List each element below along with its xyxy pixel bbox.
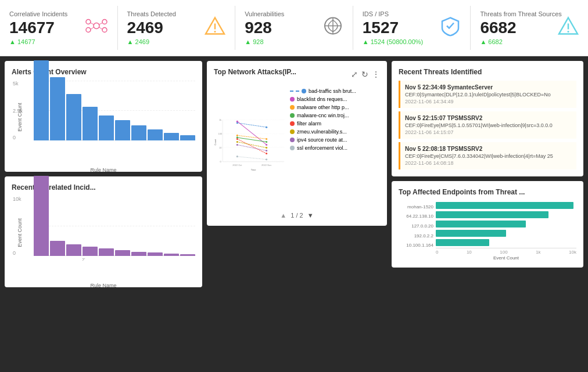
svg-text:Count: Count (214, 139, 217, 146)
correlated-chart-area: 10k 0 Event Count (12, 196, 195, 280)
svg-text:100: 100 (218, 132, 223, 135)
endpoint-bar-2 (436, 211, 576, 218)
threat-3-title: Nov 5 22:08:18 TPSMSSRV2 (405, 146, 572, 152)
cbar-6 (115, 250, 130, 256)
svg-text:0: 0 (220, 160, 222, 163)
svg-line-6 (99, 23, 102, 25)
svg-point-4 (102, 28, 107, 32)
correlative-icon (85, 17, 108, 39)
network-chart-wrapper: 1k 100 10 0 Count (214, 85, 380, 210)
bars-container (34, 56, 195, 140)
alerts-count-panel: Alerts Count Overview 5k 2.5k 0 Event Co… (5, 61, 202, 172)
cbar-2 (50, 241, 65, 256)
bar-9 (164, 133, 179, 140)
svg-point-37 (266, 138, 267, 140)
endpoints-y-labels: mohan-1520 64.22.138.10 127.0.0.20 192.0… (399, 201, 433, 261)
endpoint-bar-5 (436, 239, 576, 246)
svg-point-35 (266, 144, 267, 146)
cbar-1 (34, 176, 49, 256)
cbar-7 (131, 252, 146, 256)
svg-text:10: 10 (219, 146, 222, 149)
svg-point-39 (266, 141, 267, 143)
endpoints-bars-area: 0 10 100 1k 10k Event Count (436, 201, 576, 261)
svg-point-41 (266, 153, 267, 154)
svg-point-11 (214, 31, 216, 32)
dashboard: Alerts Count Overview 5k 2.5k 0 Event Co… (0, 56, 588, 292)
svg-point-47 (266, 158, 267, 160)
bar-1 (34, 60, 49, 140)
top-endpoints-panel: Top Affected Endpoints from Threat ... m… (392, 181, 583, 268)
svg-point-33 (266, 127, 267, 128)
svg-point-0 (94, 23, 99, 29)
endpoint-bar-1 (436, 202, 576, 209)
expand-icon[interactable]: ⤢ (351, 70, 358, 79)
top-endpoints-title: Top Affected Endpoints from Threat ... (399, 188, 576, 196)
threat-2-title: Nov 5 22:15:07 TPSMSSRV2 (405, 115, 572, 121)
threat-item-3: Nov 5 22:08:18 TPSMSSRV2 CEF:0|FireEye|C… (399, 142, 576, 169)
svg-point-43 (266, 147, 267, 149)
bar-4 (83, 107, 98, 140)
svg-point-36 (236, 135, 238, 136)
alerts-chart-area: 5k 2.5k 0 Event Count (12, 81, 195, 165)
legend-item-7: ipv4 source route at... (290, 137, 380, 143)
cbar-4 (83, 247, 98, 256)
svg-line-5 (91, 23, 94, 25)
legend-item-4: malware-cnc win.troj... (290, 113, 380, 118)
x-axis-labels: SU Failed Log... Excessive file... Netwo… (34, 142, 195, 165)
bar-6 (115, 120, 130, 140)
endpoints-x-axis: 0 10 100 1k 10k (436, 248, 576, 255)
bar-10 (180, 135, 195, 140)
prev-page-icon[interactable]: ▲ (280, 212, 286, 219)
bar-5 (99, 115, 114, 141)
next-page-icon[interactable]: ▼ (307, 212, 314, 219)
metric-vulnerabilities: Vulnerabilities 928 928 (235, 6, 353, 50)
legend-item-6: zmeu.vulnerability.s... (290, 129, 380, 135)
metric-correlative: Correlative Incidents 14677 14677 (0, 6, 118, 50)
correlative-change: 14677 (9, 38, 108, 45)
correlated-bars-container (34, 172, 195, 256)
svg-line-8 (99, 27, 102, 30)
line-chart-svg: 1k 100 10 0 Count (214, 85, 290, 207)
left-column: Alerts Count Overview 5k 2.5k 0 Event Co… (5, 61, 202, 287)
svg-point-3 (86, 28, 91, 32)
cbar-9 (164, 254, 179, 256)
legend-item-3: malware other http p... (290, 104, 380, 110)
svg-text:1k: 1k (219, 118, 222, 121)
metric-ids: IDS / IPS 1527 1524 (50800.00%) (353, 6, 471, 50)
svg-text:Time: Time (251, 168, 257, 171)
metric-threats: Threats Detected 2469 2469 (118, 6, 236, 50)
cbar-3 (66, 244, 81, 256)
right-column: Recent Threats Identified Nov 5 22:34:49… (392, 61, 583, 287)
svg-point-45 (266, 150, 267, 151)
endpoint-bar-3 (436, 221, 576, 227)
threats-icon (205, 16, 225, 41)
cbar-10 (180, 254, 195, 256)
legend-item-5: filter alarm (290, 121, 380, 127)
threat-3-detail: CEF:0|FireEye|CMS|7.6.0.334042|WI|web-in… (405, 153, 572, 159)
cbar-5 (99, 248, 114, 256)
recent-threats-title: Recent Threats Identified (399, 68, 576, 76)
vuln-icon (322, 16, 343, 41)
refresh-icon[interactable]: ↻ (361, 70, 368, 79)
x-axis-correlated: Excessive log... Excessive file... Repea… (34, 257, 195, 280)
correlated-incidents-panel: Recent Correlated Incid... 10k 0 Event C… (5, 176, 202, 287)
metric-threat-sources: Threats from Threat Sources 6682 6682 (471, 6, 588, 50)
line-chart-container: 1k 100 10 0 Count (214, 85, 290, 210)
svg-point-40 (236, 138, 238, 140)
threat-1-detail: CEF:0|Symantec|DLP|12.0.1|ruleID|policyt… (405, 92, 572, 97)
recent-threats-panel: Recent Threats Identified Nov 5 22:34:49… (392, 61, 583, 176)
svg-point-34 (236, 121, 238, 122)
legend-item-1: bad-traffic ssh brut... (290, 88, 380, 94)
svg-point-2 (102, 20, 107, 24)
network-attacks-title: Top Network Attacks(IP... (214, 68, 296, 76)
bar-3 (66, 94, 81, 140)
y-axis-label-correlated: Event Count (17, 218, 23, 247)
x-axis-label-corr: Rule Name (90, 283, 116, 288)
svg-point-17 (567, 31, 569, 32)
threat-2-detail: CEF:0|FireEye|MPS|5.1.0.55701|WI|web-inf… (405, 122, 572, 128)
more-icon[interactable]: ⋮ (372, 70, 380, 79)
pagination: ▲ 1 / 2 ▼ (214, 212, 380, 219)
endpoint-bar-4 (436, 230, 576, 237)
bar-8 (148, 129, 163, 140)
svg-line-7 (91, 27, 94, 30)
